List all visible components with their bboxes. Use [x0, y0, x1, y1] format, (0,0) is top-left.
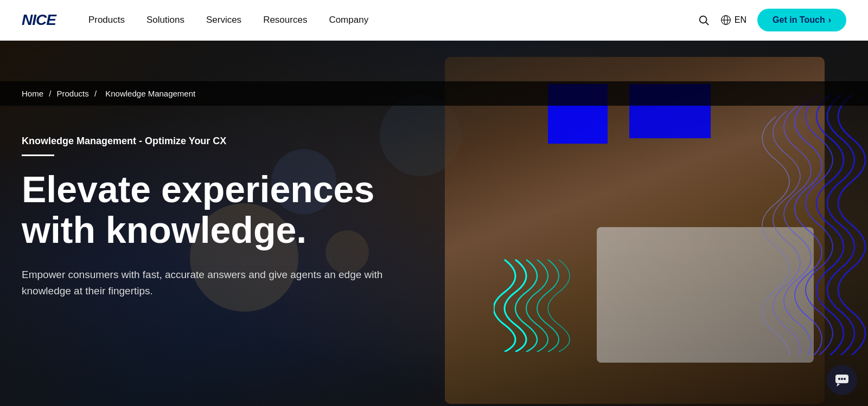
nav-links: Products Solutions Services Resources Co…: [88, 15, 698, 25]
hero-content: Knowledge Management - Optimize Your CX …: [22, 81, 456, 299]
svg-point-12: [841, 378, 843, 380]
breadcrumb-products[interactable]: Products: [57, 89, 89, 98]
chat-icon: [834, 372, 850, 388]
hero-title: Elevate experiences with knowledge.: [22, 169, 456, 250]
cyan-wave: [494, 254, 580, 352]
breadcrumb-current: Knowledge Management: [105, 89, 195, 98]
search-icon[interactable]: [698, 14, 710, 26]
svg-point-11: [838, 378, 840, 380]
breadcrumb-home[interactable]: Home: [22, 89, 43, 98]
breadcrumb: Home / Products / Knowledge Management: [0, 81, 868, 106]
breadcrumb-sep1: /: [49, 89, 51, 98]
wave-decoration: [716, 84, 868, 355]
nav-right: EN Get in Touch ›: [698, 9, 846, 31]
hero-divider: [22, 154, 54, 156]
navigation: NICE Products Solutions Services Resourc…: [0, 0, 868, 41]
hero-description: Empower consumers with fast, accurate an…: [22, 267, 401, 300]
svg-point-13: [844, 378, 846, 380]
globe-icon: [720, 15, 731, 25]
svg-line-1: [706, 22, 709, 25]
hero-section: Home / Products / Knowledge Management K…: [0, 41, 868, 406]
get-in-touch-button[interactable]: Get in Touch ›: [757, 9, 846, 31]
nav-products[interactable]: Products: [88, 15, 125, 25]
breadcrumb-sep2: /: [94, 89, 97, 98]
nav-company[interactable]: Company: [329, 15, 368, 25]
language-label: EN: [735, 15, 746, 25]
nav-resources[interactable]: Resources: [263, 15, 307, 25]
nav-solutions[interactable]: Solutions: [146, 15, 184, 25]
language-selector[interactable]: EN: [720, 15, 746, 25]
nav-services[interactable]: Services: [206, 15, 241, 25]
chat-button[interactable]: [827, 365, 857, 395]
hero-subtitle: Knowledge Management - Optimize Your CX: [22, 136, 456, 147]
logo[interactable]: NICE: [22, 11, 56, 29]
svg-point-0: [700, 16, 707, 23]
